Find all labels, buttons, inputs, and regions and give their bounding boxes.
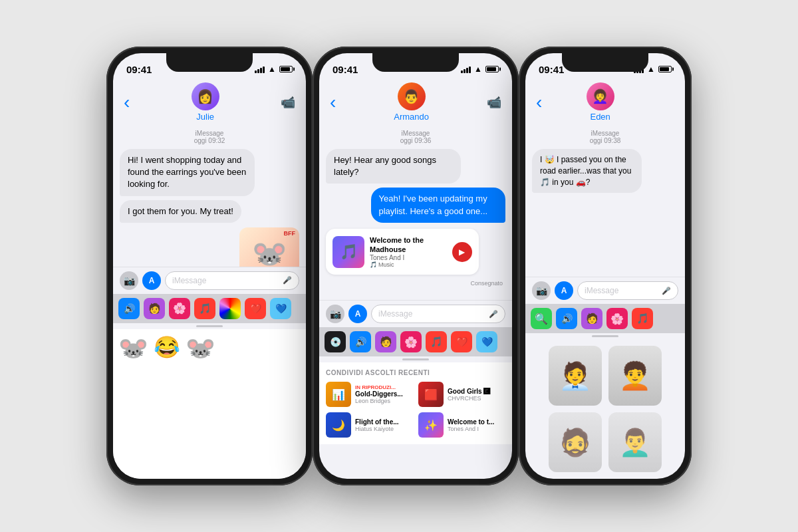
input-placeholder-1: iMessage bbox=[172, 276, 206, 285]
tray-memoji-2[interactable]: 🧑 bbox=[375, 331, 396, 352]
video-button-2[interactable]: 📹 bbox=[487, 95, 501, 110]
mic-icon-3: 🎤 bbox=[662, 287, 671, 295]
music-title-1: Welcome to the Madhouse bbox=[370, 235, 447, 255]
wifi-icon-3: ▲ bbox=[647, 65, 655, 74]
tray-teal-1[interactable]: 💙 bbox=[270, 298, 291, 319]
sticker-mickey[interactable]: 🐭 bbox=[118, 334, 148, 474]
sticker-minnie[interactable]: 🐭 bbox=[186, 334, 215, 474]
wifi-icon-2: ▲ bbox=[474, 65, 482, 74]
tray-heart-2[interactable]: ❤️ bbox=[451, 331, 472, 352]
recent-artist-0: Leon Bridges bbox=[355, 398, 413, 404]
memoji-2[interactable]: 🧑‍🦱 bbox=[608, 346, 662, 406]
music-thumb-1: 🎵 bbox=[332, 236, 364, 268]
sticker-picker-1: 🐭 😂 🐭 bbox=[113, 329, 306, 479]
bubble-3-0: I 🤯 I passed you on the road earlier...w… bbox=[532, 149, 642, 193]
music-card-row: 🎵 Welcome to the Madhouse Tones And I 🎵 … bbox=[326, 227, 505, 277]
message-row-1-1: I got them for you. My treat! bbox=[120, 200, 299, 223]
nav-center-3[interactable]: 👩‍🦱 Eden bbox=[587, 82, 614, 122]
input-bar-3: 📷 A iMessage 🎤 bbox=[525, 277, 685, 304]
nav-center-1[interactable]: 👩 Julie bbox=[192, 82, 219, 122]
battery-icon-1 bbox=[279, 66, 293, 72]
recent-item-3[interactable]: ✨ Welcome to t... Tones And I bbox=[418, 412, 505, 438]
sticker-bff-label: BFF bbox=[284, 230, 296, 237]
video-button-1[interactable]: 📹 bbox=[281, 95, 295, 110]
tray-record-2[interactable]: 💿 bbox=[325, 331, 346, 352]
recent-thumb-3: ✨ bbox=[418, 412, 444, 438]
tray-memoji-3[interactable]: 🧑 bbox=[581, 308, 602, 329]
camera-icon-2[interactable]: 📷 bbox=[326, 305, 344, 323]
mic-icon-1: 🎤 bbox=[283, 276, 292, 285]
back-button-3[interactable]: ‹ bbox=[536, 92, 542, 113]
apps-icon-3[interactable]: A bbox=[555, 281, 573, 300]
message-row-2-1: Yeah! I've been updating my playlist. He… bbox=[326, 188, 505, 222]
message-input-3[interactable]: iMessage 🎤 bbox=[577, 281, 678, 300]
tray-search-3[interactable]: 🔍 bbox=[531, 308, 552, 329]
message-row-1-0: Hi! I went shopping today and found the … bbox=[120, 149, 299, 196]
tray-heart-1[interactable]: ❤️ bbox=[245, 298, 266, 319]
recent-info-3: Welcome to t... Tones And I bbox=[448, 418, 505, 432]
phone-julie: 09:41 ▲ ‹ bbox=[106, 47, 313, 485]
now-playing-badge: IN RIPRODUZI... bbox=[355, 384, 413, 390]
music-artist-1: Tones And I bbox=[370, 254, 447, 261]
message-input-1[interactable]: iMessage 🎤 bbox=[165, 271, 299, 290]
tray-music-1[interactable]: 🎵 bbox=[194, 298, 215, 319]
message-input-2[interactable]: iMessage 🎤 bbox=[371, 305, 505, 323]
bubble-1-1: I got them for you. My treat! bbox=[120, 200, 241, 223]
camera-icon-1[interactable]: 📷 bbox=[120, 271, 138, 290]
contact-name-eden: Eden bbox=[590, 112, 610, 122]
recent-item-0[interactable]: 📊 IN RIPRODUZI... Gold-Diggers... Leon B… bbox=[326, 382, 413, 407]
tray-sticker-1[interactable]: 🌸 bbox=[169, 298, 190, 319]
battery-icon-3 bbox=[658, 66, 672, 72]
recent-name-1: Good Girls 🅴 bbox=[448, 388, 505, 395]
status-icons-2: ▲ bbox=[461, 65, 499, 74]
nav-center-2[interactable]: 👨 Armando bbox=[394, 82, 429, 122]
recent-info-1: Good Girls 🅴 CHVRCHES bbox=[448, 388, 505, 402]
music-card-1[interactable]: 🎵 Welcome to the Madhouse Tones And I 🎵 … bbox=[326, 229, 479, 275]
messages-area-2: iMessage oggi 09:36 Hey! Hear any good s… bbox=[319, 127, 512, 300]
memoji-4[interactable]: 👨‍🦱 bbox=[608, 412, 662, 472]
recent-info-0: IN RIPRODUZI... Gold-Diggers... Leon Bri… bbox=[355, 384, 413, 404]
memoji-3[interactable]: 🧔 bbox=[549, 412, 602, 472]
tray-waves-2[interactable]: 🔊 bbox=[350, 331, 371, 352]
sticker-ha[interactable]: 😂 bbox=[154, 334, 180, 474]
apps-icon-2[interactable]: A bbox=[348, 305, 367, 323]
phone-frame-3: 09:41 ▲ ‹ bbox=[519, 47, 692, 485]
phone-eden: 09:41 ▲ ‹ bbox=[519, 47, 692, 485]
play-button-1[interactable]: ▶ bbox=[452, 242, 472, 262]
tray-music-2[interactable]: 🎵 bbox=[426, 331, 447, 352]
back-button-2[interactable]: ‹ bbox=[330, 92, 336, 113]
status-time-1: 09:41 bbox=[126, 64, 152, 75]
bubble-2-1: Yeah! I've been updating my playlist. He… bbox=[371, 188, 506, 222]
nav-bar-3: ‹ 👩‍🦱 Eden bbox=[525, 80, 685, 127]
back-button-1[interactable]: ‹ bbox=[124, 92, 130, 113]
tray-music-3[interactable]: 🎵 bbox=[632, 308, 653, 329]
recent-thumb-1: 🟥 bbox=[418, 382, 444, 407]
bubble-1-0: Hi! I went shopping today and found the … bbox=[120, 149, 255, 196]
tray-sticker-2[interactable]: 🌸 bbox=[400, 331, 422, 352]
tray-teal-2[interactable]: 💙 bbox=[476, 331, 497, 352]
apps-icon-1[interactable]: A bbox=[142, 271, 161, 290]
tray-waves-1[interactable]: 🔊 bbox=[118, 298, 140, 319]
recent-artist-3: Tones And I bbox=[448, 426, 505, 432]
input-bar-1: 📷 A iMessage 🎤 bbox=[113, 267, 306, 294]
tray-memoji-1[interactable]: 🧑 bbox=[144, 298, 165, 319]
signal-bars-2 bbox=[461, 65, 471, 73]
contact-name-julie: Julie bbox=[196, 112, 214, 122]
recent-thumb-0: 📊 bbox=[326, 382, 351, 407]
avatar-armando: 👨 bbox=[398, 82, 426, 110]
tray-rainbow-1[interactable] bbox=[219, 298, 241, 319]
phone-screen-2: 09:41 ▲ ‹ bbox=[319, 53, 512, 479]
recent-item-1[interactable]: 🟥 Good Girls 🅴 CHVRCHES bbox=[418, 382, 505, 407]
notch-1 bbox=[166, 53, 253, 72]
memoji-1[interactable]: 🧑‍💼 bbox=[549, 346, 602, 406]
sticker-1: 🐭 BFF bbox=[239, 227, 299, 267]
tray-sticker-3[interactable]: 🌸 bbox=[606, 308, 628, 329]
camera-icon-3[interactable]: 📷 bbox=[532, 281, 551, 300]
tray-waves-3[interactable]: 🔊 bbox=[556, 308, 577, 329]
recent-item-2[interactable]: 🌙 Flight of the... Hiatus Kaiyote bbox=[326, 412, 413, 438]
recent-name-0: Gold-Diggers... bbox=[355, 390, 413, 398]
timestamp-3: iMessage oggi 09:38 bbox=[532, 130, 678, 144]
message-row-2-0: Hey! Hear any good songs lately? bbox=[326, 149, 505, 184]
messages-area-3: iMessage oggi 09:38 I 🤯 I passed you on … bbox=[525, 127, 685, 277]
wifi-icon-1: ▲ bbox=[268, 65, 276, 74]
